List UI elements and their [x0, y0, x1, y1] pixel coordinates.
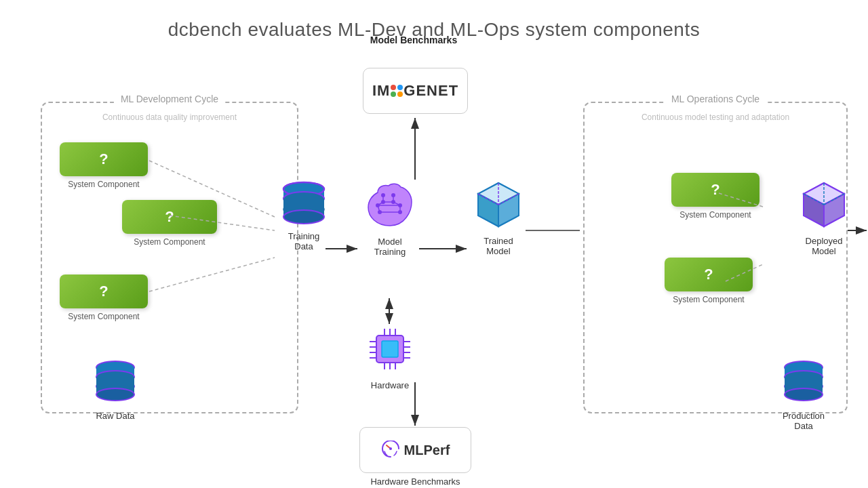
trained-model-label: TrainedModel — [484, 236, 513, 256]
production-data-container: Production Data — [776, 359, 831, 431]
production-data-icon — [782, 359, 826, 407]
svg-point-53 — [96, 388, 134, 401]
deployed-model-icon — [797, 178, 851, 232]
sys-component-dev-3[interactable]: ? — [60, 274, 148, 308]
deployed-model-label: DeployedModel — [806, 236, 843, 256]
mlperf-icon — [381, 441, 400, 460]
training-data-icon — [281, 180, 327, 227]
sys-component-ops-1[interactable]: ? — [671, 173, 760, 207]
mlperf-box: MLPerf — [359, 427, 471, 473]
model-benchmarks-container: Model Benchmarks — [366, 30, 461, 45]
svg-point-0 — [389, 447, 392, 450]
sys-component-ops-2-label: System Component — [665, 295, 753, 304]
model-training-icon — [363, 182, 417, 232]
svg-point-10 — [381, 193, 385, 197]
model-training-container: ModelTraining — [359, 182, 420, 257]
deployed-model-container: DeployedModel — [793, 178, 854, 256]
training-data-label: TrainingData — [288, 231, 319, 251]
ml-dev-label: ML Development Cycle — [114, 94, 225, 104]
sys-component-dev-1[interactable]: ? — [60, 142, 148, 176]
hardware-container: Hardware — [359, 325, 420, 390]
training-data-container: TrainingData — [277, 180, 331, 251]
sys-component-dev-2[interactable]: ? — [122, 200, 217, 234]
trained-model-container: TrainedModel — [468, 178, 529, 256]
raw-data-label: Raw Data — [96, 411, 134, 421]
ml-dev-sublabel: Continuous data quality improvement — [102, 113, 237, 122]
imagenet-text-im: IM — [372, 82, 390, 100]
sys-component-dev-3-label: System Component — [60, 312, 148, 321]
raw-data-icon — [94, 359, 138, 407]
svg-rect-33 — [382, 341, 398, 357]
svg-point-59 — [785, 388, 823, 401]
model-training-label: ModelTraining — [374, 237, 406, 257]
ml-ops-label: ML Operations Cycle — [665, 94, 766, 104]
main-diagram: ML Development Cycle Continuous data qua… — [0, 68, 868, 488]
svg-point-11 — [391, 193, 395, 197]
sys-component-dev-1-label: System Component — [60, 180, 148, 189]
imagenet-text-genet: GENET — [403, 82, 458, 100]
raw-data-container: Raw Data — [88, 359, 142, 421]
ml-ops-sublabel: Continuous model testing and adaptation — [642, 113, 789, 122]
mlperf-text: MLPerf — [404, 443, 450, 458]
model-benchmarks-label: Model Benchmarks — [370, 35, 457, 45]
svg-point-9 — [283, 210, 324, 224]
hw-benchmarks-label: Hardware Benchmarks — [359, 476, 471, 487]
sys-component-ops-1-label: System Component — [671, 210, 760, 220]
sys-component-ops-2[interactable]: ? — [665, 258, 753, 291]
sys-component-dev-2-label: System Component — [122, 237, 217, 247]
hardware-icon — [363, 325, 417, 376]
production-data-label: Production Data — [776, 411, 831, 431]
imagenet-box: IM GENET — [363, 68, 468, 114]
hardware-label: Hardware — [371, 380, 409, 390]
trained-model-icon — [471, 178, 526, 232]
